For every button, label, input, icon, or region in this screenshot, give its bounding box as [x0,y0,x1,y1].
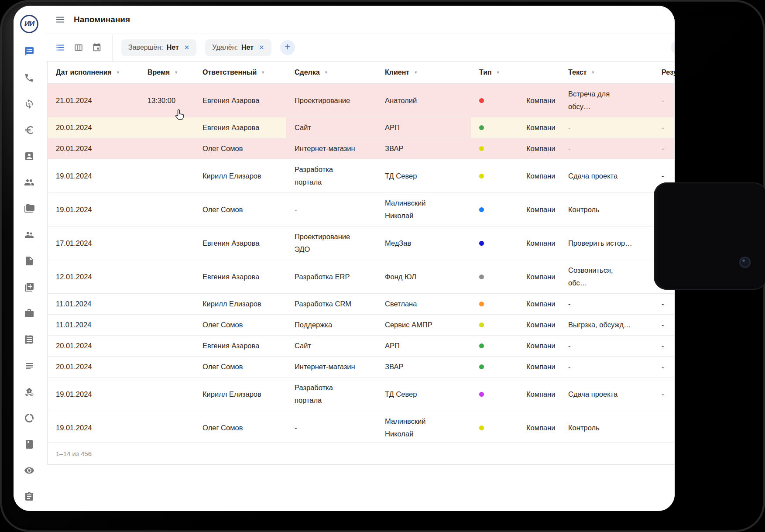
cell-type [471,315,518,335]
cell-client: Малинвский Николай [377,411,471,443]
sort-arrow-icon[interactable]: ▼ [414,70,418,75]
house-waves-icon[interactable] [24,387,34,397]
library-add-icon[interactable] [24,282,34,292]
table-row[interactable]: 11.01.2024Кирилл ЕлизаровРазработка CRMС… [48,294,674,315]
cell-date: 19.01.2024 [48,411,139,443]
filter-chip-completed[interactable]: Завершён: Нет ✕ [121,39,196,56]
eye-icon[interactable] [24,465,34,476]
sort-arrow-icon[interactable]: ▼ [324,70,328,75]
cell-type [471,260,518,293]
hamburger-menu-icon[interactable] [55,15,65,24]
column-header[interactable]: Время▼ [139,69,194,76]
column-header[interactable]: Ответственный▼ [194,69,286,76]
cell-type [471,84,518,117]
cell-deal: Разработка портала [286,159,377,192]
clipboard-icon[interactable] [24,491,34,502]
app-logo[interactable]: ИИ [20,15,38,33]
people-icon[interactable] [24,230,34,240]
cell-text: Проверить истор… [560,227,653,260]
sort-arrow-icon[interactable]: ▼ [591,70,595,75]
svg-text:$: $ [28,102,31,106]
cell-text: Контроль [560,193,653,226]
document-icon[interactable] [24,256,34,266]
cell-responsible: Олег Сомов [194,357,286,377]
cell-date: 21.01.2024 [48,84,139,117]
receipt-icon[interactable] [24,334,34,345]
column-header[interactable]: Тип▼ [471,69,518,76]
column-header[interactable]: Дат исполнения▼ [48,69,139,76]
pie-chart-icon[interactable] [24,413,34,423]
table-body: 21.01.202413:30:00Евгения АзароваПроекти… [48,84,674,443]
cell-date: 11.01.2024 [48,294,139,314]
sort-arrow-icon[interactable]: ▼ [116,70,120,75]
cell-date: 20.01.2024 [48,357,139,377]
currency-exchange-icon[interactable]: $ [24,99,34,109]
list-view-icon[interactable] [55,43,65,52]
cell-time [139,294,194,314]
cell-company: Компани [518,411,560,443]
app-screen: ИИ $ [14,6,675,511]
cell-company: Компани [518,193,560,226]
search-button[interactable] [671,40,675,55]
cell-company: Компани [518,315,560,335]
cell-text: - [560,336,653,356]
cell-deal: Сайт [286,336,377,356]
close-icon[interactable]: ✕ [184,44,190,51]
cell-type [471,138,518,159]
cell-type [471,117,518,138]
type-dot [479,98,484,103]
group-icon[interactable] [24,177,34,188]
close-icon[interactable]: ✕ [259,44,264,51]
table-row[interactable]: 11.01.2024Олег СомовПоддержкаСервис АМПР… [48,315,674,336]
column-view-icon[interactable] [74,43,83,52]
cell-type [471,336,518,356]
column-header[interactable]: Текст▼ [560,69,653,76]
phone-icon[interactable] [24,72,34,83]
column-header-label: Тип [479,69,492,76]
cell-type [471,294,518,314]
cell-date: 11.01.2024 [48,315,139,335]
add-filter-button[interactable]: + [280,40,295,55]
sort-arrow-icon[interactable]: ▼ [261,70,265,75]
table-row[interactable]: 20.01.2024Олег СомовИнтернет-магазинЗВАР… [48,357,674,378]
calendar-view-icon[interactable] [92,43,102,52]
cell-deal: Разработка CRM [286,294,377,314]
contact-card-icon[interactable] [24,151,34,161]
type-dot [479,174,484,178]
type-dot [479,146,484,151]
sort-arrow-icon[interactable]: ▼ [174,70,178,75]
type-dot [479,392,484,397]
sidebar: ИИ $ [14,6,45,511]
folders-icon[interactable] [24,203,34,214]
cell-company: Компани [518,117,560,138]
cell-client: Фонд ЮЛ [377,260,471,293]
table-row[interactable]: 19.01.2024Кирилл ЕлизаровРазработка порт… [48,378,674,411]
filter-label: Завершён: [128,44,163,51]
table-row[interactable]: 20.01.2024Евгения АзароваСайтАРПКомпани-… [48,336,674,357]
table-row[interactable]: 19.01.2024Олег Сомов-Малинвский НиколайК… [48,411,674,443]
cell-deal: Сайт [286,117,377,138]
table-row[interactable]: 12.01.2024Евгения АзароваРазработка ERPФ… [48,260,674,294]
sort-arrow-icon[interactable]: ▼ [496,70,500,75]
cell-deal: - [286,193,377,226]
cell-deal: Проектирование ЭДО [286,227,377,260]
book-icon[interactable] [24,439,34,450]
table-row[interactable]: 19.01.2024Олег Сомов-Малинвский НиколайК… [48,193,674,227]
cell-time: 13:30:00 [139,84,194,117]
chat-list-icon[interactable] [24,46,34,57]
cell-date: 17.01.2024 [48,227,139,260]
table-row[interactable]: 17.01.2024Евгения АзароваПроектирование … [48,227,674,260]
filter-chip-deleted[interactable]: Удалён: Нет ✕ [205,39,271,56]
column-header[interactable]: Сделка▼ [286,69,377,76]
notes-icon[interactable] [24,360,34,371]
table-row[interactable]: 21.01.202413:30:00Евгения АзароваПроекти… [48,84,674,117]
table-row[interactable]: 20.01.2024Евгения АзароваСайтАРПКомпани-… [48,117,674,138]
column-header[interactable]: Клиент▼ [377,69,471,76]
column-header-label: Время [148,69,170,76]
briefcase-icon[interactable] [24,308,34,319]
cell-client: ЗВАР [377,138,471,159]
table-row[interactable]: 19.01.2024Кирилл ЕлизаровРазработка порт… [48,159,674,193]
table-row[interactable]: 20.01.2024Олег СомовИнтернет-магазинЗВАР… [48,138,674,159]
euro-icon[interactable] [24,125,34,135]
cell-responsible: Евгения Азарова [194,117,286,138]
